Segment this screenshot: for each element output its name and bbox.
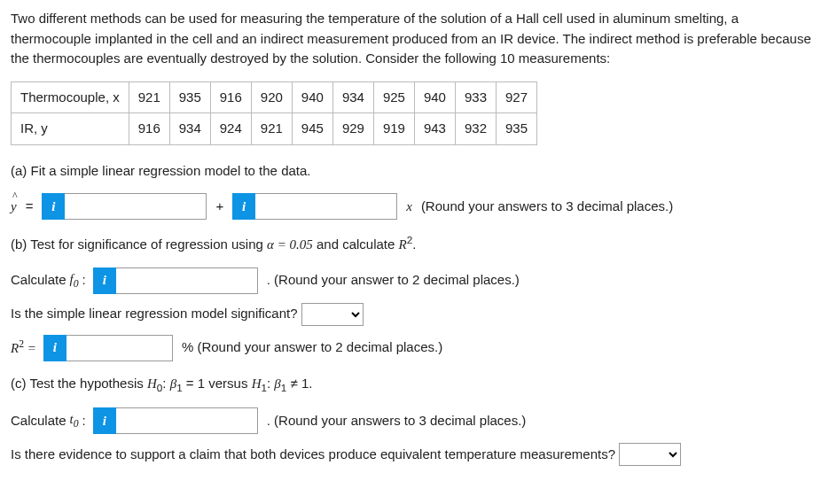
info-icon: i	[43, 335, 66, 361]
round-hint: . (Round your answers to 3 decimal place…	[267, 411, 527, 431]
f0-row: Calculate f0 : i . (Round your answer to…	[11, 268, 818, 294]
part-c-prompt: (c) Test the hypothesis H0: β1 = 1 versu…	[11, 374, 818, 396]
cell: 927	[497, 81, 537, 113]
evidence-row: Is there evidence to support a claim tha…	[11, 443, 818, 466]
cell: 921	[251, 113, 292, 145]
evidence-question: Is there evidence to support a claim tha…	[11, 445, 615, 465]
cell: 934	[169, 113, 210, 145]
info-icon: i	[42, 193, 65, 220]
part-a-prompt: (a) Fit a simple linear regression model…	[11, 161, 818, 182]
cell: 924	[210, 113, 251, 145]
cell: 943	[414, 113, 455, 145]
f0-symbol: f0	[70, 269, 79, 292]
cell: 935	[497, 113, 537, 145]
colon: :	[82, 270, 86, 291]
significance-row: Is the simple linear regression model si…	[11, 303, 818, 326]
colon: :	[82, 411, 86, 431]
cell: 940	[414, 81, 455, 113]
cell: 932	[455, 113, 496, 145]
part-a-equation: y = i + i x (Round your answers to 3 dec…	[11, 193, 818, 220]
info-icon: i	[93, 268, 116, 294]
slope-input[interactable]	[255, 193, 397, 220]
info-icon: i	[232, 193, 255, 220]
evidence-select[interactable]	[619, 443, 681, 466]
equals-sign: =	[26, 197, 34, 217]
calc-label: Calculate	[11, 270, 66, 291]
cell: 945	[292, 113, 332, 145]
y-hat-symbol: y	[11, 197, 17, 217]
t0-row: Calculate t0 : i . (Round your answers t…	[11, 407, 818, 434]
x-variable: x	[406, 197, 412, 217]
cell: 925	[373, 81, 414, 113]
data-table: Thermocouple, x 921 935 916 920 940 934 …	[11, 81, 537, 145]
row1-header: Thermocouple, x	[12, 81, 129, 113]
cell: 929	[332, 113, 373, 145]
info-icon: i	[93, 407, 116, 434]
t0-symbol: t0	[70, 409, 79, 432]
row2-header: IR, y	[12, 113, 129, 145]
r2-hint: % (Round your answer to 2 decimal places…	[182, 337, 442, 358]
f0-input[interactable]	[116, 268, 258, 294]
intercept-input[interactable]	[65, 193, 207, 220]
cell: 934	[332, 81, 373, 113]
part-b-prompt: (b) Test for significance of regression …	[11, 232, 818, 255]
t0-input[interactable]	[116, 407, 258, 434]
cell: 921	[129, 81, 169, 113]
plus-sign: +	[215, 197, 223, 217]
sig-question: Is the simple linear regression model si…	[11, 304, 298, 324]
cell: 919	[373, 113, 414, 145]
intro-text: Two different methods can be used for me…	[11, 9, 818, 69]
calc-label: Calculate	[11, 411, 66, 431]
cell: 920	[251, 81, 292, 113]
round-hint: . (Round your answer to 2 decimal places…	[267, 270, 520, 291]
r2-symbol: R2 =	[11, 337, 36, 359]
cell: 916	[210, 81, 251, 113]
cell: 935	[169, 81, 210, 113]
round-hint: (Round your answers to 3 decimal places.…	[421, 197, 673, 217]
cell: 940	[292, 81, 332, 113]
r2-row: R2 = i % (Round your answer to 2 decimal…	[11, 335, 818, 361]
cell: 933	[455, 81, 496, 113]
significance-select[interactable]	[301, 303, 364, 326]
r2-input[interactable]	[66, 335, 173, 361]
cell: 916	[129, 113, 169, 145]
